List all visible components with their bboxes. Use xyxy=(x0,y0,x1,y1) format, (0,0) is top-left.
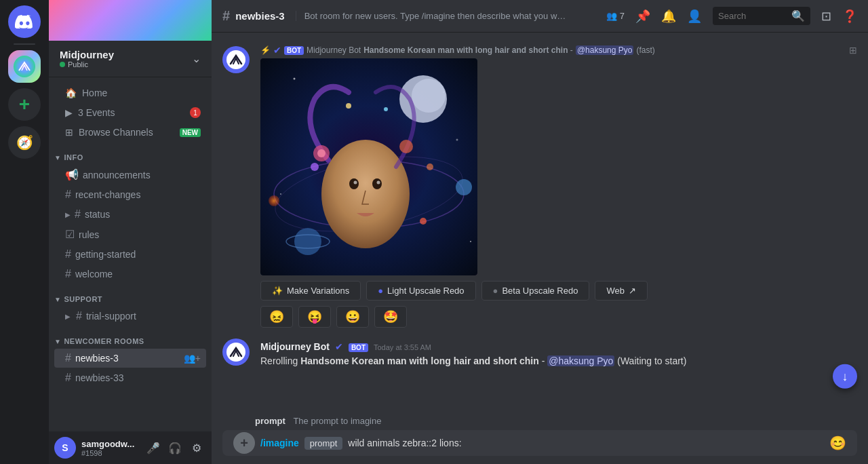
rerolling-text: Rerolling xyxy=(260,355,300,366)
beta-upscale-redo-button[interactable]: ● Beta Upscale Redo xyxy=(481,281,590,301)
channel-status[interactable]: ▶ # status xyxy=(54,205,206,224)
prompt-hint-label: prompt xyxy=(255,416,285,426)
top-bar: # newbies-3 Bot room for new users. Type… xyxy=(212,0,868,33)
category-newcomer[interactable]: ▼ NEWCOMER ROOMS xyxy=(49,326,212,348)
message-header-2: Midjourney Bot ✔ BOT Today at 3:55 AM xyxy=(260,341,857,352)
variations-icon: ✨ xyxy=(272,286,283,296)
message-author-2: Midjourney Bot xyxy=(260,341,330,352)
light-upscale-redo-button[interactable]: ● Light Upscale Redo xyxy=(366,281,475,301)
deafen-button[interactable]: 🎧 xyxy=(165,438,184,457)
add-server-button[interactable]: + xyxy=(8,88,41,121)
server-name: Midjourney xyxy=(60,49,114,60)
channel-rules[interactable]: ☑ rules xyxy=(54,225,206,244)
pinned-icon[interactable]: 📌 xyxy=(635,9,650,24)
message-input-wrapper: /imagine prompt xyxy=(260,430,824,456)
ai-image-container xyxy=(260,58,477,275)
hash-icon: # xyxy=(65,189,71,201)
server-status: Public xyxy=(60,60,114,69)
server-menu-icon[interactable]: ⌄ xyxy=(192,52,201,65)
prompt-hint: prompt The prompt to imagine xyxy=(222,413,857,429)
channel-trial-support[interactable]: ▶ # trial-support xyxy=(54,307,206,326)
midjourney-server-icon[interactable] xyxy=(8,50,41,83)
message-group-2: Midjourney Bot ✔ BOT Today at 3:55 AM Re… xyxy=(212,336,868,369)
ai-generated-image xyxy=(260,58,477,275)
reaction-tired[interactable]: 😖 xyxy=(260,306,293,328)
reroll-dash: - xyxy=(542,355,548,366)
beta-upscale-icon: ● xyxy=(493,286,498,296)
user-controls: 🎤 🎧 ⚙ xyxy=(144,438,206,457)
reaction-buttons: 😖 😝 😀 🤩 xyxy=(260,306,857,328)
channel-newbies-33[interactable]: # newbies-33 xyxy=(54,368,206,387)
slash-cmd-icon: ⚡ xyxy=(260,45,271,55)
command-context-1: ⚡ ✔ BOT Midjourney Bot Handsome Korean m… xyxy=(260,45,857,56)
channel-sidebar: Midjourney Public ⌄ 🏠 Home ▶ 3 Events 1 … xyxy=(49,0,212,464)
status-indicator xyxy=(60,62,65,67)
attach-options-icon[interactable]: ⊞ xyxy=(849,45,857,56)
check-icon: ☑ xyxy=(65,228,75,241)
category-arrow-info: ▼ xyxy=(54,154,61,161)
search-box[interactable]: 🔍 xyxy=(713,7,810,25)
message-text-input[interactable] xyxy=(348,430,824,456)
svg-point-7 xyxy=(470,241,471,242)
user-discriminator: #1598 xyxy=(81,449,138,457)
reroll-mention: @haksung Pyo xyxy=(547,355,614,366)
bot-tag-ctx: BOT xyxy=(284,46,304,55)
make-variations-button[interactable]: ✨ Make Variations xyxy=(260,281,361,301)
svg-point-11 xyxy=(456,179,472,195)
reaction-happy[interactable]: 😀 xyxy=(336,306,369,328)
web-button[interactable]: Web ↗ xyxy=(595,281,648,301)
help-icon[interactable]: ❓ xyxy=(842,9,857,24)
svg-point-27 xyxy=(294,228,321,255)
message-input-area: + /imagine prompt 😊 xyxy=(222,430,857,456)
channel-getting-started[interactable]: # getting-started xyxy=(54,245,206,264)
verified-icon-2: ✔ xyxy=(335,341,343,352)
svg-point-5 xyxy=(456,139,458,141)
channel-description: Bot room for new users. Type /imagine th… xyxy=(296,11,567,21)
channel-recent-changes[interactable]: # recent-changes xyxy=(54,185,206,204)
channel-newbies-3[interactable]: # newbies-3 👥+ xyxy=(54,349,206,368)
attach-button[interactable]: + xyxy=(233,432,255,454)
category-support[interactable]: ▼ SUPPORT xyxy=(49,284,212,306)
events-nav-item[interactable]: ▶ 3 Events 1 xyxy=(54,103,206,122)
bot-tag-2: BOT xyxy=(349,343,368,352)
member-count-btn[interactable]: 👥 7 xyxy=(606,11,625,21)
action-buttons: ✨ Make Variations ● Light Upscale Redo ●… xyxy=(260,281,857,301)
mute-button[interactable]: 🎤 xyxy=(144,438,163,457)
settings-button[interactable]: ⚙ xyxy=(187,438,206,457)
reroll-status: (Waiting to start) xyxy=(617,355,686,366)
scroll-to-bottom-button[interactable]: ↓ xyxy=(833,364,857,389)
inbox-messages-icon[interactable]: ⊡ xyxy=(821,9,831,24)
server-header[interactable]: Midjourney Public ⌄ xyxy=(49,41,212,77)
browse-channels-item[interactable]: ⊞ Browse Channels NEW xyxy=(54,123,206,142)
home-nav-item[interactable]: 🏠 Home xyxy=(54,83,206,102)
svg-point-6 xyxy=(280,193,281,195)
bot-avatar-1 xyxy=(222,46,250,73)
inbox-icon[interactable]: 👤 xyxy=(687,9,702,24)
hash-icon-welcome: # xyxy=(65,268,71,280)
emoji-button[interactable]: 😊 xyxy=(829,435,846,451)
add-member-icon: 👥+ xyxy=(184,353,201,364)
svg-point-26 xyxy=(427,163,433,170)
search-input[interactable] xyxy=(718,11,786,21)
hash-icon-trial: # xyxy=(76,310,82,322)
notification-icon[interactable]: 🔔 xyxy=(661,9,676,24)
hash-icon-status: # xyxy=(75,208,81,220)
category-arrow-support: ▼ xyxy=(54,296,61,303)
search-icon: 🔍 xyxy=(791,9,805,22)
reaction-star-eyes[interactable]: 🤩 xyxy=(374,306,407,328)
message-group-1: ⚡ ✔ BOT Midjourney Bot Handsome Korean m… xyxy=(212,43,868,336)
svg-point-19 xyxy=(354,181,357,185)
channel-list: 🏠 Home ▶ 3 Events 1 ⊞ Browse Channels NE… xyxy=(49,77,212,431)
category-info[interactable]: ▼ INFO xyxy=(49,142,212,164)
svg-point-16 xyxy=(321,140,410,248)
message-content-2: Rerolling Handsome Korean man with long … xyxy=(260,355,857,368)
channel-announcements[interactable]: 📢 announcements xyxy=(54,165,206,185)
events-icon: ▶ xyxy=(65,107,73,118)
message-time-2: Today at 3:55 AM xyxy=(374,343,431,351)
discord-home-button[interactable] xyxy=(8,5,41,38)
prompt-hint-text: The prompt to imagine xyxy=(293,416,381,426)
explore-servers-button[interactable]: 🧭 xyxy=(8,126,41,159)
reaction-silly[interactable]: 😝 xyxy=(298,306,331,328)
channel-welcome[interactable]: # welcome xyxy=(54,265,206,284)
input-area-wrapper: + /imagine prompt 😊 xyxy=(212,430,868,464)
